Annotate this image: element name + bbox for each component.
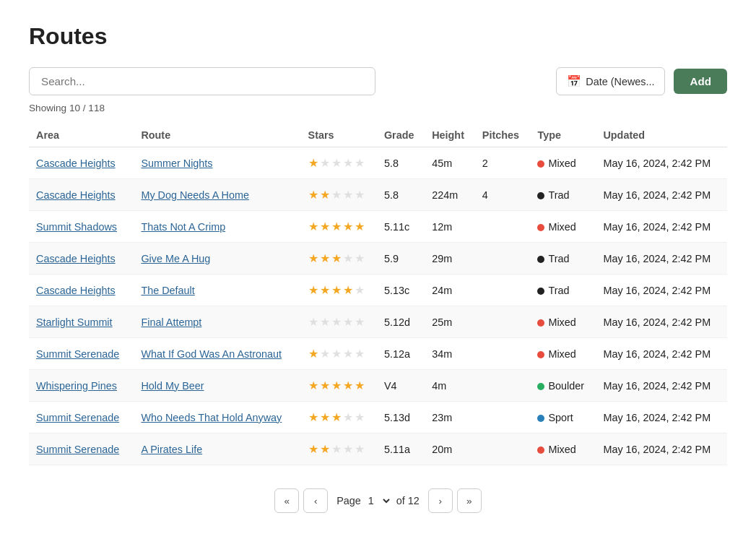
area-link[interactable]: Whispering Pines: [36, 380, 117, 392]
route-link[interactable]: Who Needs That Hold Anyway: [141, 412, 282, 423]
star: ★: [320, 251, 330, 265]
route-link[interactable]: Hold My Beer: [141, 380, 204, 392]
star: ★: [355, 251, 365, 265]
updated-cell: May 16, 2024, 2:42 PM: [596, 243, 727, 275]
star: ★: [331, 220, 342, 233]
star: ★: [320, 315, 330, 329]
date-sort-button[interactable]: 📅 Date (Newes...: [556, 67, 665, 95]
grade-cell: 5.11a: [377, 434, 425, 465]
star-rating: ★★★★★: [308, 251, 370, 265]
height-cell: 4m: [425, 370, 475, 402]
star: ★: [320, 410, 330, 424]
next-page-button[interactable]: ›: [428, 488, 453, 513]
star: ★: [308, 347, 318, 361]
star: ★: [331, 410, 342, 424]
pitches-cell: [475, 338, 531, 370]
star: ★: [308, 251, 318, 265]
star: ★: [320, 220, 330, 233]
route-link[interactable]: The Default: [141, 285, 194, 296]
type-cell: Trad: [530, 275, 596, 306]
pitches-cell: [475, 402, 531, 434]
updated-cell: May 16, 2024, 2:42 PM: [596, 434, 727, 465]
type-cell: Mixed: [530, 338, 596, 370]
routes-table: Area Route Stars Grade Height Pitches Ty…: [29, 124, 727, 465]
star: ★: [331, 379, 342, 392]
star: ★: [343, 251, 353, 265]
col-stars: Stars: [301, 124, 377, 147]
table-row: Summit SerenadeA Pirates Life★★★★★5.11a2…: [29, 434, 727, 465]
area-link[interactable]: Summit Serenade: [36, 444, 119, 455]
route-link[interactable]: Thats Not A Crimp: [141, 221, 225, 233]
search-input[interactable]: [29, 67, 375, 95]
route-link[interactable]: My Dog Needs A Home: [141, 189, 249, 201]
grade-cell: 5.11c: [377, 211, 425, 243]
type-cell: Sport: [530, 402, 596, 434]
col-area: Area: [29, 124, 134, 147]
updated-cell: May 16, 2024, 2:42 PM: [596, 179, 727, 211]
table-row: Summit ShadowsThats Not A Crimp★★★★★5.11…: [29, 211, 727, 243]
route-link[interactable]: Final Attempt: [141, 316, 201, 328]
updated-cell: May 16, 2024, 2:42 PM: [596, 147, 727, 179]
star-rating: ★★★★★: [308, 220, 370, 233]
table-header-row: Area Route Stars Grade Height Pitches Ty…: [29, 124, 727, 147]
area-link[interactable]: Summit Serenade: [36, 412, 119, 423]
route-link[interactable]: Give Me A Hug: [141, 253, 210, 264]
star: ★: [308, 410, 318, 424]
updated-cell: May 16, 2024, 2:42 PM: [596, 306, 727, 338]
prev-page-button[interactable]: ‹: [303, 488, 328, 513]
updated-cell: May 16, 2024, 2:42 PM: [596, 275, 727, 306]
star: ★: [320, 379, 330, 392]
star-rating: ★★★★★: [308, 315, 370, 329]
area-link[interactable]: Cascade Heights: [36, 253, 116, 264]
pitches-cell: [475, 275, 531, 306]
route-link[interactable]: A Pirates Life: [141, 444, 202, 455]
page-of-total: of 12: [396, 495, 420, 506]
type-cell: Trad: [530, 179, 596, 211]
star-rating: ★★★★★: [308, 442, 370, 456]
area-link[interactable]: Summit Serenade: [36, 348, 119, 360]
col-route: Route: [134, 124, 300, 147]
star-rating: ★★★★★: [308, 283, 370, 297]
star: ★: [331, 156, 342, 170]
star: ★: [355, 347, 365, 361]
page-select-wrap: Page 1234 5678 9101112 of 12: [332, 494, 424, 507]
area-link[interactable]: Summit Shadows: [36, 221, 117, 233]
area-link[interactable]: Cascade Heights: [36, 189, 116, 201]
last-page-button[interactable]: »: [457, 488, 482, 513]
type-cell: Trad: [530, 243, 596, 275]
area-link[interactable]: Starlight Summit: [36, 316, 113, 328]
star: ★: [331, 188, 342, 202]
add-button[interactable]: Add: [674, 69, 727, 94]
star: ★: [320, 347, 330, 361]
star-rating: ★★★★★: [308, 156, 370, 170]
date-btn-label: Date (Newes...: [586, 76, 654, 87]
grade-cell: V4: [377, 370, 425, 402]
area-link[interactable]: Cascade Heights: [36, 285, 116, 296]
area-link[interactable]: Cascade Heights: [36, 158, 116, 169]
col-updated: Updated: [596, 124, 727, 147]
height-cell: 24m: [425, 275, 475, 306]
height-cell: 25m: [425, 306, 475, 338]
page-select[interactable]: 1234 5678 9101112: [365, 494, 392, 507]
height-cell: 45m: [425, 147, 475, 179]
star: ★: [355, 410, 365, 424]
route-link[interactable]: Summer Nights: [141, 158, 212, 169]
first-page-button[interactable]: «: [274, 488, 299, 513]
star: ★: [343, 442, 353, 456]
route-link[interactable]: What If God Was An Astronaut: [141, 348, 282, 360]
star: ★: [355, 379, 365, 392]
star: ★: [343, 315, 353, 329]
height-cell: 20m: [425, 434, 475, 465]
type-dot-icon: [537, 256, 544, 263]
grade-cell: 5.13c: [377, 275, 425, 306]
updated-cell: May 16, 2024, 2:42 PM: [596, 211, 727, 243]
col-height: Height: [425, 124, 475, 147]
pagination: « ‹ Page 1234 5678 9101112 of 12 › »: [29, 488, 727, 513]
star: ★: [343, 188, 353, 202]
type-dot-icon: [537, 447, 544, 454]
star: ★: [355, 188, 365, 202]
type-cell: Mixed: [530, 211, 596, 243]
height-cell: 34m: [425, 338, 475, 370]
type-dot-icon: [537, 288, 544, 295]
type-dot-icon: [537, 192, 544, 199]
